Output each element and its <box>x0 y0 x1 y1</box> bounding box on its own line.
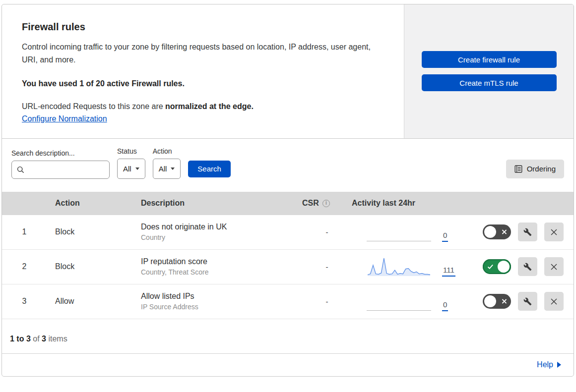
csr-column-label: CSR <box>302 199 319 208</box>
action-dropdown[interactable]: All <box>153 159 181 179</box>
rule-enabled-toggle[interactable] <box>483 224 511 239</box>
wrench-icon <box>523 297 532 306</box>
search-input[interactable] <box>28 165 104 174</box>
edit-rule-button[interactable] <box>518 257 537 276</box>
toggle-knob <box>484 295 496 307</box>
activity-count-link[interactable]: 0 <box>442 231 448 242</box>
search-icon <box>17 166 24 173</box>
chevron-down-icon <box>171 168 175 170</box>
normalization-note-prefix: URL-encoded Requests to this zone are <box>22 102 165 111</box>
x-icon <box>550 263 558 271</box>
chevron-down-icon <box>135 168 139 170</box>
page-description: Control incoming traffic to your zone by… <box>22 41 384 66</box>
rule-activity-cell: 0 <box>352 284 476 319</box>
actions-panel: Create firewall rule Create mTLS rule <box>404 4 574 138</box>
create-mtls-rule-button[interactable]: Create mTLS rule <box>422 74 557 91</box>
table-row: 2 Block IP reputation score Country, Thr… <box>2 250 574 284</box>
table-header: Action Description CSR i Activity last 2… <box>2 192 574 215</box>
activity-count-link[interactable]: 111 <box>442 266 455 277</box>
rule-description: Allow listed IPs <box>141 292 302 301</box>
pagination-items: items <box>48 335 67 343</box>
delete-rule-button[interactable] <box>544 257 564 276</box>
rule-controls <box>476 292 574 311</box>
table-row: 3 Allow Allow listed IPs IP Source Addre… <box>2 284 574 319</box>
ordering-button-label: Ordering <box>527 165 556 173</box>
rule-enabled-toggle[interactable] <box>483 259 511 274</box>
rule-fields: IP Source Address <box>141 303 302 311</box>
info-icon[interactable]: i <box>322 200 330 207</box>
normalization-note: URL-encoded Requests to this zone are no… <box>22 102 384 111</box>
rule-priority: 1 <box>2 227 47 236</box>
search-group: Search description... <box>11 149 110 179</box>
search-input-box[interactable] <box>11 161 110 179</box>
search-button[interactable]: Search <box>188 161 231 177</box>
help-bar: Help <box>2 354 574 376</box>
edit-rule-button[interactable] <box>518 223 537 241</box>
rule-activity-cell: 111 <box>352 250 476 284</box>
pagination-of: of <box>33 335 39 343</box>
edit-rule-button[interactable] <box>518 292 537 311</box>
delete-rule-button[interactable] <box>544 223 564 241</box>
status-dropdown[interactable]: All <box>117 159 145 179</box>
toggle-on-check-icon <box>487 264 494 270</box>
x-icon <box>550 228 558 236</box>
status-label: Status <box>117 147 145 155</box>
ordering-list-icon <box>514 165 522 173</box>
ordering-button[interactable]: Ordering <box>506 160 564 178</box>
rule-description-cell: Does not originate in UK Country <box>141 223 302 241</box>
rule-description: Does not originate in UK <box>141 223 302 231</box>
csr-column-header: CSR i <box>302 199 352 208</box>
pagination-summary: 1 to 3 of 3 items <box>2 319 574 354</box>
rule-csr-value: - <box>302 228 352 236</box>
action-filter-group: Action All <box>153 147 181 179</box>
table-row: 1 Block Does not originate in UK Country… <box>2 215 574 250</box>
header-section: Firewall rules Control incoming traffic … <box>2 4 574 139</box>
activity-count-link[interactable]: 0 <box>442 300 448 311</box>
delete-rule-button[interactable] <box>544 292 564 311</box>
toggle-knob <box>484 226 496 238</box>
rule-priority: 3 <box>2 297 47 306</box>
status-dropdown-value: All <box>123 165 131 173</box>
page-title: Firewall rules <box>22 21 384 33</box>
rule-csr-value: - <box>302 263 352 271</box>
rule-action: Block <box>47 262 141 271</box>
action-dropdown-value: All <box>159 165 167 173</box>
activity-column-header: Activity last 24hr <box>352 199 476 208</box>
configure-normalization-link[interactable]: Configure Normalization <box>22 114 107 123</box>
wrench-icon <box>523 263 532 271</box>
normalization-note-bold: normalized at the edge. <box>165 102 254 111</box>
activity-sparkline <box>367 256 431 277</box>
rule-fields: Country, Threat Score <box>141 268 302 276</box>
action-label: Action <box>153 147 181 155</box>
rule-action: Block <box>47 227 141 236</box>
action-column-header: Action <box>47 199 141 208</box>
toggle-knob <box>498 261 510 273</box>
activity-flatline <box>367 310 431 311</box>
pagination-total: 3 <box>42 335 46 343</box>
description-column-header-wrap: Description <box>141 199 302 208</box>
wrench-icon <box>523 228 532 236</box>
rule-fields: Country <box>141 233 302 241</box>
help-arrow-icon <box>557 362 561 368</box>
rule-action: Allow <box>47 297 141 306</box>
rule-description-cell: IP reputation score Country, Threat Scor… <box>141 257 302 276</box>
rule-csr-value: - <box>302 297 352 306</box>
x-icon <box>550 298 558 305</box>
filter-bar: Search description... Status All Action … <box>2 139 574 192</box>
usage-summary: You have used 1 of 20 active Firewall ru… <box>22 79 384 88</box>
rule-description: IP reputation score <box>141 257 302 266</box>
toggle-off-x-icon <box>502 229 507 235</box>
toggle-off-x-icon <box>502 299 507 304</box>
create-firewall-rule-button[interactable]: Create firewall rule <box>422 51 557 68</box>
rule-description-cell: Allow listed IPs IP Source Address <box>141 292 302 311</box>
rule-controls <box>476 223 574 241</box>
activity-flatline <box>367 241 431 241</box>
firewall-rules-card: Firewall rules Control incoming traffic … <box>1 4 574 377</box>
status-filter-group: Status All <box>117 147 145 179</box>
rule-enabled-toggle[interactable] <box>483 294 511 309</box>
search-label: Search description... <box>11 149 110 157</box>
help-link[interactable]: Help <box>537 360 561 369</box>
description-column-header: Description <box>141 199 185 208</box>
rule-activity-cell: 0 <box>352 215 476 249</box>
rule-priority: 2 <box>2 262 47 271</box>
